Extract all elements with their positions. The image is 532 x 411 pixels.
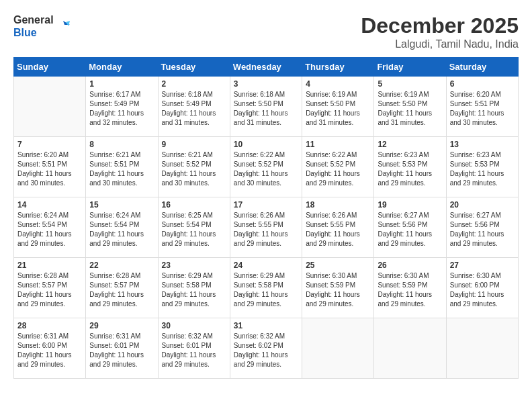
calendar-week-3: 14Sunrise: 6:24 AM Sunset: 5:54 PM Dayli…: [14, 197, 519, 258]
day-number: 7: [17, 140, 82, 149]
calendar-header-row: SundayMondayTuesdayWednesdayThursdayFrid…: [14, 58, 519, 77]
day-info: Sunrise: 6:22 AM Sunset: 5:52 PM Dayligh…: [234, 150, 298, 188]
calendar-cell: 3Sunrise: 6:18 AM Sunset: 5:50 PM Daylig…: [230, 77, 302, 137]
day-info: Sunrise: 6:29 AM Sunset: 5:58 PM Dayligh…: [234, 271, 298, 309]
location: Lalgudi, Tamil Nadu, India: [361, 38, 519, 50]
day-number: 25: [306, 261, 370, 270]
day-number: 8: [89, 140, 154, 149]
calendar-cell: 22Sunrise: 6:28 AM Sunset: 5:57 PM Dayli…: [86, 258, 158, 318]
calendar-cell: 16Sunrise: 6:25 AM Sunset: 5:54 PM Dayli…: [158, 197, 230, 258]
calendar-cell: 31Sunrise: 6:32 AM Sunset: 6:02 PM Dayli…: [230, 318, 302, 379]
day-number: 13: [450, 140, 515, 149]
calendar-cell: 18Sunrise: 6:26 AM Sunset: 5:55 PM Dayli…: [302, 197, 374, 258]
calendar-cell: 14Sunrise: 6:24 AM Sunset: 5:54 PM Dayli…: [14, 197, 86, 258]
day-info: Sunrise: 6:30 AM Sunset: 5:59 PM Dayligh…: [378, 271, 442, 309]
day-number: 6: [450, 79, 515, 89]
day-info: Sunrise: 6:29 AM Sunset: 5:58 PM Dayligh…: [162, 271, 226, 309]
calendar-cell: 13Sunrise: 6:23 AM Sunset: 5:53 PM Dayli…: [446, 137, 518, 197]
calendar-cell: 1Sunrise: 6:17 AM Sunset: 5:49 PM Daylig…: [86, 77, 158, 137]
day-info: Sunrise: 6:31 AM Sunset: 6:00 PM Dayligh…: [17, 332, 82, 369]
day-number: 16: [162, 200, 226, 210]
title-block: December 2025 Lalgudi, Tamil Nadu, India: [361, 13, 519, 50]
calendar-cell: 30Sunrise: 6:32 AM Sunset: 6:01 PM Dayli…: [158, 318, 230, 379]
day-number: 15: [89, 200, 154, 210]
day-info: Sunrise: 6:31 AM Sunset: 6:01 PM Dayligh…: [89, 332, 154, 369]
day-number: 30: [162, 321, 226, 330]
logo-bird-icon: [56, 19, 70, 33]
day-info: Sunrise: 6:28 AM Sunset: 5:57 PM Dayligh…: [89, 271, 154, 309]
day-info: Sunrise: 6:23 AM Sunset: 5:53 PM Dayligh…: [378, 150, 442, 188]
day-info: Sunrise: 6:19 AM Sunset: 5:50 PM Dayligh…: [378, 90, 442, 128]
day-number: 17: [234, 200, 298, 210]
calendar-cell: 12Sunrise: 6:23 AM Sunset: 5:53 PM Dayli…: [374, 137, 446, 197]
day-number: 11: [306, 140, 370, 149]
calendar-cell: 26Sunrise: 6:30 AM Sunset: 5:59 PM Dayli…: [374, 258, 446, 318]
day-number: 3: [234, 79, 298, 89]
calendar-body: 1Sunrise: 6:17 AM Sunset: 5:49 PM Daylig…: [14, 77, 519, 379]
calendar-header-tuesday: Tuesday: [158, 58, 230, 77]
day-info: Sunrise: 6:32 AM Sunset: 6:01 PM Dayligh…: [162, 332, 226, 369]
calendar-week-5: 28Sunrise: 6:31 AM Sunset: 6:00 PM Dayli…: [14, 318, 519, 379]
day-number: 28: [17, 321, 82, 330]
calendar-cell: 28Sunrise: 6:31 AM Sunset: 6:00 PM Dayli…: [14, 318, 86, 379]
page-header: General Blue December 2025 Lalgudi, Tami…: [13, 13, 519, 50]
calendar-header-thursday: Thursday: [302, 58, 374, 77]
day-number: 20: [450, 200, 515, 210]
calendar-cell: 29Sunrise: 6:31 AM Sunset: 6:01 PM Dayli…: [86, 318, 158, 379]
calendar-cell: 2Sunrise: 6:18 AM Sunset: 5:49 PM Daylig…: [158, 77, 230, 137]
day-number: 18: [306, 200, 370, 210]
calendar-header-saturday: Saturday: [446, 58, 518, 77]
day-number: 12: [378, 140, 442, 149]
day-number: 23: [162, 261, 226, 270]
logo: General Blue: [13, 13, 70, 39]
calendar-cell: [446, 318, 518, 379]
calendar-cell: 23Sunrise: 6:29 AM Sunset: 5:58 PM Dayli…: [158, 258, 230, 318]
calendar-cell: 21Sunrise: 6:28 AM Sunset: 5:57 PM Dayli…: [14, 258, 86, 318]
calendar-cell: 6Sunrise: 6:20 AM Sunset: 5:51 PM Daylig…: [446, 77, 518, 137]
calendar-cell: 8Sunrise: 6:21 AM Sunset: 5:51 PM Daylig…: [86, 137, 158, 197]
calendar-cell: 9Sunrise: 6:21 AM Sunset: 5:52 PM Daylig…: [158, 137, 230, 197]
calendar-cell: 5Sunrise: 6:19 AM Sunset: 5:50 PM Daylig…: [374, 77, 446, 137]
calendar-cell: [374, 318, 446, 379]
day-info: Sunrise: 6:32 AM Sunset: 6:02 PM Dayligh…: [234, 332, 298, 369]
day-number: 4: [306, 79, 370, 89]
day-number: 2: [162, 79, 226, 89]
day-number: 9: [162, 140, 226, 149]
day-number: 10: [234, 140, 298, 149]
day-number: 14: [17, 200, 82, 210]
calendar-cell: 17Sunrise: 6:26 AM Sunset: 5:55 PM Dayli…: [230, 197, 302, 258]
day-info: Sunrise: 6:21 AM Sunset: 5:51 PM Dayligh…: [89, 150, 154, 188]
calendar-week-1: 1Sunrise: 6:17 AM Sunset: 5:49 PM Daylig…: [14, 77, 519, 137]
day-number: 31: [234, 321, 298, 330]
calendar-table: SundayMondayTuesdayWednesdayThursdayFrid…: [13, 57, 519, 379]
calendar-cell: [14, 77, 86, 137]
day-info: Sunrise: 6:20 AM Sunset: 5:51 PM Dayligh…: [17, 150, 82, 188]
day-number: 29: [89, 321, 154, 330]
day-number: 19: [378, 200, 442, 210]
calendar-header-wednesday: Wednesday: [230, 58, 302, 77]
calendar-week-4: 21Sunrise: 6:28 AM Sunset: 5:57 PM Dayli…: [14, 258, 519, 318]
day-info: Sunrise: 6:17 AM Sunset: 5:49 PM Dayligh…: [89, 90, 154, 128]
day-info: Sunrise: 6:22 AM Sunset: 5:52 PM Dayligh…: [306, 150, 370, 188]
day-info: Sunrise: 6:18 AM Sunset: 5:49 PM Dayligh…: [162, 90, 226, 128]
day-info: Sunrise: 6:30 AM Sunset: 6:00 PM Dayligh…: [450, 271, 515, 309]
logo-text: General Blue: [13, 13, 54, 39]
day-info: Sunrise: 6:20 AM Sunset: 5:51 PM Dayligh…: [450, 90, 515, 128]
calendar-cell: 7Sunrise: 6:20 AM Sunset: 5:51 PM Daylig…: [14, 137, 86, 197]
calendar-cell: 20Sunrise: 6:27 AM Sunset: 5:56 PM Dayli…: [446, 197, 518, 258]
day-info: Sunrise: 6:26 AM Sunset: 5:55 PM Dayligh…: [234, 211, 298, 248]
day-number: 1: [89, 79, 154, 89]
calendar-cell: 27Sunrise: 6:30 AM Sunset: 6:00 PM Dayli…: [446, 258, 518, 318]
day-number: 21: [17, 261, 82, 270]
day-info: Sunrise: 6:23 AM Sunset: 5:53 PM Dayligh…: [450, 150, 515, 188]
day-number: 26: [378, 261, 442, 270]
month-title: December 2025: [361, 13, 519, 38]
day-info: Sunrise: 6:28 AM Sunset: 5:57 PM Dayligh…: [17, 271, 82, 309]
day-info: Sunrise: 6:30 AM Sunset: 5:59 PM Dayligh…: [306, 271, 370, 309]
day-info: Sunrise: 6:24 AM Sunset: 5:54 PM Dayligh…: [89, 211, 154, 248]
day-info: Sunrise: 6:26 AM Sunset: 5:55 PM Dayligh…: [306, 211, 370, 248]
day-info: Sunrise: 6:19 AM Sunset: 5:50 PM Dayligh…: [306, 90, 370, 128]
day-number: 24: [234, 261, 298, 270]
calendar-header-friday: Friday: [374, 58, 446, 77]
calendar-cell: 11Sunrise: 6:22 AM Sunset: 5:52 PM Dayli…: [302, 137, 374, 197]
